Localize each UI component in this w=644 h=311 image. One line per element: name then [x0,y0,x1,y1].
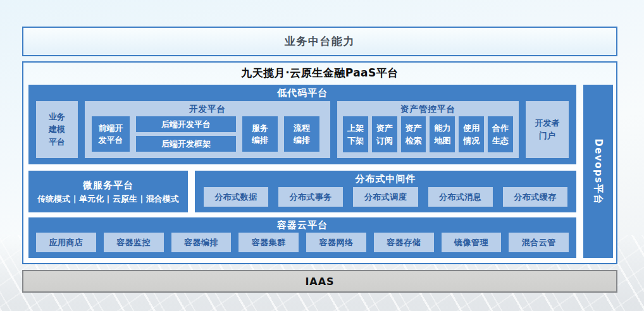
middleware-item-transaction: 分布式事务 [278,187,343,207]
business-modeling-platform-box: 业务 建模 平台 [36,101,78,158]
banner-label: 业务中台能力 [285,34,355,49]
asset-mgmt-title: 资产管控平台 [337,101,519,116]
asset-item-capability-map: 能力 地图 [430,116,455,152]
middleware-item-scheduling: 分布式调度 [353,187,418,207]
backend-stack: 后端开发平台 后端开发框架 [136,116,236,152]
process-orchestration-box: 流程 编排 [284,116,319,152]
container-cloud-items: 应用商店 容器监控 容器编排 容器集群 容器网络 容器存储 镜像管理 混合云管 [28,233,576,258]
microservice-title: 微服务平台 [28,178,188,193]
container-item-image-mgmt: 镜像管理 [442,233,502,252]
developer-portal-box: 开发者 门户 [526,101,569,158]
frontend-dev-platform-box: 前端开 发平台 [92,116,130,152]
dev-platform-panel: 开发平台 前端开 发平台 后端开发平台 后端开发框架 服务 编排 流程 编排 [85,101,330,158]
section-container-cloud-platform: 容器云平台 应用商店 容器监控 容器编排 容器集群 容器网络 容器存储 镜像管理… [28,217,576,258]
platform-title: 九天揽月·云原生金融PaaS平台 [23,66,616,80]
middleware-item-messaging: 分布式消息 [428,187,493,207]
container-item-network: 容器网络 [306,233,366,252]
middleware-title: 分布式中间件 [195,171,576,187]
container-item-monitoring: 容器监控 [104,233,164,252]
container-item-hybrid-cloud: 混合云管 [509,233,569,252]
service-orchestration-box: 服务 编排 [242,116,278,152]
section-distributed-middleware: 分布式中间件 分布式数据 分布式事务 分布式调度 分布式消息 分布式缓存 [195,171,576,212]
container-item-app-store: 应用商店 [36,233,96,252]
asset-item-subscription: 资产 订阅 [372,116,397,152]
backend-dev-platform-box: 后端开发平台 [136,116,236,132]
section-low-code-platform: 低代码平台 业务 建模 平台 开发平台 前端开 发平台 后端开发平台 后端开发框… [28,85,576,164]
container-item-storage: 容器存储 [374,233,434,252]
middleware-item-data: 分布式数据 [204,187,268,207]
iaas-label: IAAS [305,276,334,288]
middleware-items: 分布式数据 分布式事务 分布式调度 分布式消息 分布式缓存 [195,187,576,212]
asset-item-usage: 使用 情况 [459,116,484,152]
low-code-title: 低代码平台 [28,85,576,101]
iaas-bar: IAAS [22,270,617,293]
asset-mgmt-panel: 资产管控平台 上架 下架 资产 订阅 资产 检索 能力 地图 使用 情况 合作 … [337,101,519,158]
architecture-diagram: 业务中台能力 九天揽月·云原生金融PaaS平台 低代码平台 业务 建模 平台 开… [0,0,644,311]
section-microservice-platform: 微服务平台 传统模式 | 单元化 | 云原生 | 混合模式 [28,171,188,212]
dev-platform-title: 开发平台 [85,101,330,116]
container-item-cluster: 容器集群 [238,233,299,252]
container-cloud-title: 容器云平台 [28,217,576,233]
section-devops-platform: Devops平台 [583,85,613,258]
paas-platform-frame: 九天揽月·云原生金融PaaS平台 低代码平台 业务 建模 平台 开发平台 前端开… [22,61,617,264]
backend-dev-framework-box: 后端开发框架 [136,136,236,152]
microservice-modes: 传统模式 | 单元化 | 云原生 | 混合模式 [28,193,188,205]
devops-title: Devops平台 [592,138,604,204]
dev-platform-items: 前端开 发平台 后端开发平台 后端开发框架 服务 编排 流程 编排 [85,116,330,158]
asset-item-search: 资产 检索 [401,116,426,152]
container-item-orchestration: 容器编排 [171,233,232,252]
low-code-content-row: 业务 建模 平台 开发平台 前端开 发平台 后端开发平台 后端开发框架 服务 编… [36,101,569,158]
middleware-item-cache: 分布式缓存 [503,187,567,207]
asset-item-shelving: 上架 下架 [343,116,368,152]
asset-mgmt-items: 上架 下架 资产 订阅 资产 检索 能力 地图 使用 情况 合作 生态 [337,116,519,158]
business-middle-platform-banner: 业务中台能力 [22,27,617,56]
asset-item-ecosystem: 合作 生态 [488,116,513,152]
